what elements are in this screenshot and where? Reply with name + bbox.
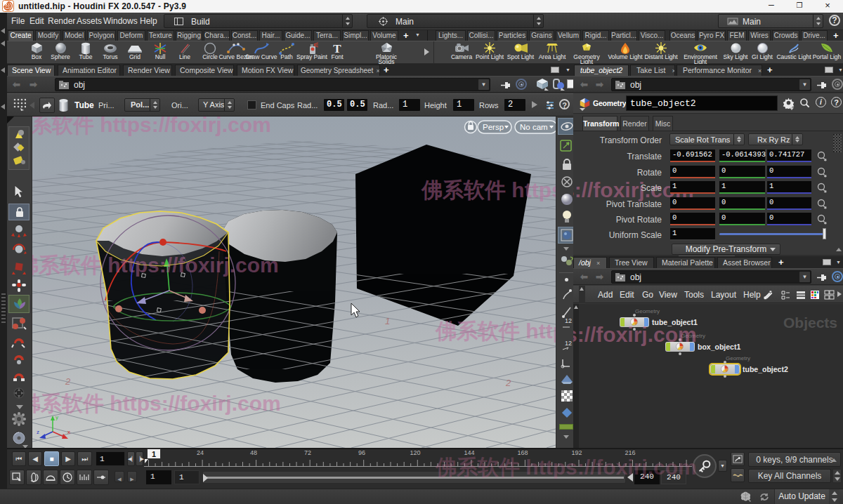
svg-text:72: 72 [304,449,311,456]
svg-text:168: 168 [517,449,528,456]
svg-text:佛系软件 https://foxirj.com: 佛系软件 https://foxirj.com [32,117,271,136]
svg-text:佛系软件 https://foxirj.com: 佛系软件 https://foxirj.com [421,178,556,201]
svg-text:48: 48 [250,449,257,456]
svg-text:216: 216 [625,449,635,456]
svg-text:120: 120 [410,449,420,456]
svg-text:佛系软件 https://foxirj.com: 佛系软件 https://foxirj.com [32,253,279,277]
svg-text:1: 1 [385,316,390,326]
svg-text:z: z [37,429,39,435]
svg-text:96: 96 [358,449,365,456]
svg-text:12: 12 [565,317,572,324]
svg-text:y: y [55,414,58,420]
svg-text:192: 192 [571,449,582,456]
svg-text:Persp: Persp [483,123,504,131]
svg-text:佛系软件 https://foxirj.com: 佛系软件 https://foxirj.com [435,319,556,343]
svg-text:144: 144 [464,449,474,456]
svg-text:24: 24 [197,449,204,456]
svg-text:x: x [67,429,70,435]
svg-text:2: 2 [505,378,511,388]
svg-text:No cam: No cam [520,123,548,131]
svg-text:12: 12 [565,340,572,347]
svg-text:T: T [333,42,341,55]
svg-text:2: 2 [65,376,71,387]
svg-text:佛系软件 https://foxirj.com: 佛系软件 https://foxirj.com [32,392,281,415]
